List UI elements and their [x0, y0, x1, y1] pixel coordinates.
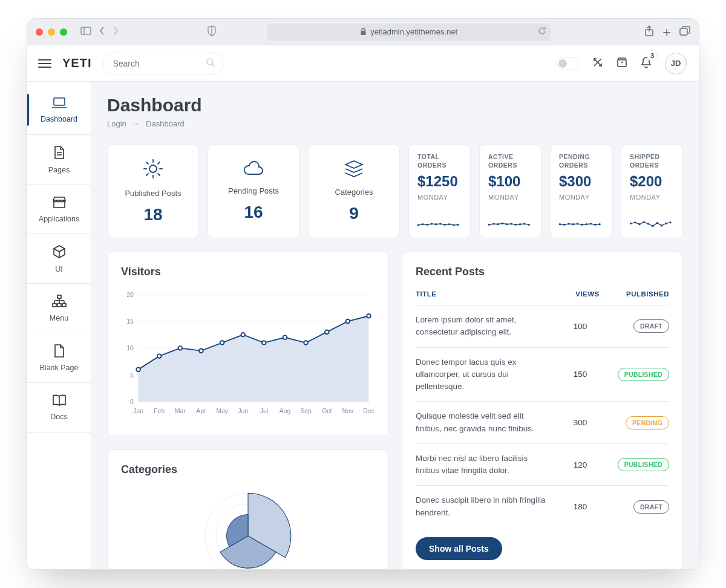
svg-line-32 — [146, 162, 148, 164]
browser-window: yetiadmin.yetithemes.net ＋ YETI — [27, 18, 699, 570]
post-title: Quisque molestie velit sed elit finibus,… — [416, 410, 552, 435]
stat-shipped-orders[interactable]: SHIPPED ORDERS $200 MONDAY — [621, 144, 683, 238]
svg-point-90 — [199, 349, 203, 353]
sparkline — [559, 216, 603, 232]
sidebar-item-label: Docs — [50, 413, 67, 421]
share-icon[interactable] — [644, 25, 654, 39]
svg-text:Dec: Dec — [363, 408, 374, 414]
svg-point-64 — [590, 223, 592, 224]
stat-categories-count[interactable]: Categories 9 — [308, 144, 400, 238]
svg-point-7 — [207, 59, 213, 65]
forward-button[interactable] — [112, 26, 119, 38]
page-header: Dashboard Login → Dashboard — [107, 95, 683, 128]
minimize-window-button[interactable] — [48, 28, 55, 36]
sidebar-item-pages[interactable]: Pages — [27, 135, 91, 185]
refresh-icon[interactable] — [538, 27, 546, 37]
svg-point-45 — [453, 224, 454, 226]
svg-point-46 — [457, 224, 459, 226]
sidebar-item-menu[interactable]: Menu — [27, 284, 91, 333]
notifications-button[interactable]: 3 — [641, 56, 652, 71]
sidebar-item-dashboard[interactable]: Dashboard — [27, 85, 91, 135]
breadcrumb: Login → Dashboard — [107, 119, 683, 128]
stat-pending-orders[interactable]: PENDING ORDERS $300 MONDAY — [550, 144, 612, 238]
store-icon — [52, 195, 67, 209]
sidebar-item-label: Pages — [48, 166, 70, 174]
address-bar[interactable]: yetiadmin.yetithemes.net — [267, 24, 551, 41]
tabs-icon[interactable] — [679, 26, 690, 38]
stat-total-orders[interactable]: TOTAL ORDERS $1250 MONDAY — [408, 144, 471, 238]
table-row[interactable]: Morbi nec nisl ac libero facilisis finib… — [416, 443, 669, 486]
new-tab-icon[interactable]: ＋ — [660, 25, 673, 39]
post-views: 100 — [559, 322, 601, 331]
svg-text:Apr: Apr — [196, 408, 206, 414]
stat-label: Pending Posts — [228, 186, 279, 195]
crumb-login[interactable]: Login — [107, 119, 126, 128]
panel-title: Categories — [121, 463, 374, 476]
svg-text:Nov: Nov — [342, 408, 354, 414]
svg-point-62 — [581, 224, 583, 226]
laptop-icon — [51, 97, 67, 109]
svg-point-61 — [577, 223, 578, 224]
stat-label: TOTAL ORDERS — [417, 153, 462, 169]
table-row[interactable]: Donec tempor lacus quis ex ullamcorper, … — [416, 347, 669, 402]
post-status: PUBLISHED — [609, 458, 669, 471]
maximize-window-button[interactable] — [60, 28, 67, 36]
svg-point-59 — [567, 223, 569, 224]
col-published: PULBISHED — [609, 290, 669, 298]
show-all-posts-button[interactable]: Show all Posts — [416, 537, 502, 560]
shield-icon[interactable] — [207, 25, 217, 39]
search-input[interactable] — [111, 58, 220, 69]
visitors-chart: 05101520JanFebMarAprMayJunJulAugSepOctNo… — [121, 287, 374, 420]
book-icon — [52, 394, 67, 407]
svg-point-50 — [502, 223, 503, 224]
back-button[interactable] — [99, 26, 106, 38]
svg-point-98 — [367, 314, 371, 318]
stat-published-posts[interactable]: Published Posts 18 — [107, 144, 199, 238]
stat-active-orders[interactable]: ACTIVE ORDERS $100 MONDAY — [479, 144, 541, 238]
sun-icon — [143, 158, 163, 181]
svg-point-47 — [488, 224, 490, 226]
svg-rect-20 — [62, 304, 66, 307]
svg-point-57 — [559, 223, 561, 225]
table-row[interactable]: Lorem ipsum dolor sit amet, consectetur … — [416, 305, 669, 347]
post-title: Lorem ipsum dolor sit amet, consectetur … — [416, 314, 552, 339]
columns: Visitors 05101520JanFebMarAprMayJunJulAu… — [107, 252, 683, 569]
sidebar-item-ui[interactable]: UI — [27, 234, 91, 284]
theme-toggle[interactable] — [556, 57, 579, 70]
search-field[interactable] — [102, 53, 223, 74]
svg-point-38 — [422, 223, 424, 225]
archive-icon[interactable] — [616, 57, 627, 70]
stat-day: MONDAY — [417, 194, 462, 201]
svg-rect-17 — [57, 295, 61, 298]
close-window-button[interactable] — [36, 28, 43, 36]
svg-point-93 — [262, 341, 266, 345]
table-row[interactable]: Quisque molestie velit sed elit finibus,… — [416, 401, 669, 443]
svg-point-67 — [630, 223, 632, 224]
avatar[interactable]: JD — [665, 53, 687, 74]
svg-point-42 — [439, 223, 441, 224]
hamburger-button[interactable] — [38, 59, 51, 68]
svg-rect-6 — [680, 28, 687, 35]
sidebar-item-applications[interactable]: Applications — [27, 185, 91, 234]
sidebar-item-docs[interactable]: Docs — [27, 383, 91, 433]
fullscreen-icon[interactable] — [592, 57, 603, 70]
table-row[interactable]: Donec suscipit libero in nibh fringilla … — [416, 485, 669, 528]
svg-point-58 — [563, 224, 565, 226]
sidebar-item-blank-page[interactable]: Blank Page — [27, 333, 91, 383]
browser-chrome: yetiadmin.yetithemes.net ＋ — [27, 19, 699, 45]
sidebar-toggle-icon[interactable] — [80, 27, 91, 38]
chevron-right-icon: → — [132, 119, 140, 128]
svg-point-92 — [241, 333, 245, 337]
notifications-count: 3 — [647, 50, 658, 61]
stat-value: $300 — [559, 173, 603, 190]
stat-pending-posts[interactable]: Pending Posts 16 — [208, 144, 299, 238]
visitors-panel: Visitors 05101520JanFebMarAprMayJunJulAu… — [107, 252, 388, 436]
sidebar-item-label: Dashboard — [41, 115, 77, 123]
stat-label: Categories — [335, 188, 373, 197]
svg-point-60 — [572, 223, 574, 225]
svg-line-8 — [212, 64, 215, 67]
panel-title: Recent Posts — [416, 266, 669, 278]
url-text: yetiadmin.yetithemes.net — [370, 27, 457, 36]
svg-point-91 — [220, 341, 224, 345]
svg-text:Oct: Oct — [322, 408, 332, 414]
